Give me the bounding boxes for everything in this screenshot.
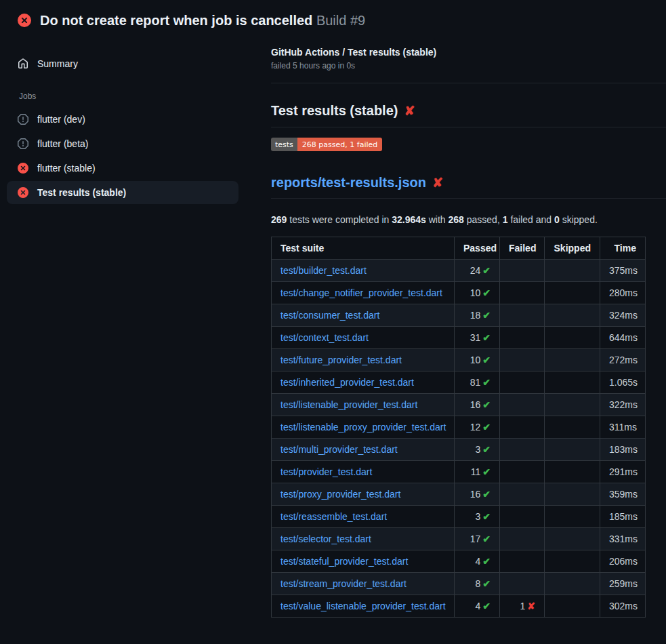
cell-skipped [545, 394, 600, 416]
cell-failed [500, 483, 545, 506]
cell-passed: 10✔ [455, 282, 500, 304]
count-value: 10 [470, 355, 481, 365]
sidebar-item-summary[interactable]: Summary [7, 52, 238, 75]
test-suite-link[interactable]: test/stateful_provider_test.dart [280, 556, 408, 567]
cell-skipped [545, 528, 600, 550]
column-header-failed: Failed [500, 237, 545, 260]
cell-passed: 18✔ [455, 304, 500, 327]
cell-passed: 16✔ [455, 483, 500, 506]
test-suite-link[interactable]: test/proxy_provider_test.dart [280, 489, 400, 500]
test-suite-link[interactable]: test/value_listenable_provider_test.dart [280, 601, 446, 611]
cell-skipped [545, 304, 600, 327]
cell-skipped [545, 550, 600, 573]
test-suite-link[interactable]: test/change_notifier_provider_test.dart [280, 287, 442, 298]
cell-skipped [545, 260, 600, 282]
cell-test-suite: test/provider_test.dart [272, 461, 455, 483]
sidebar-item-job-3[interactable]: Test results (stable) [7, 181, 238, 204]
job-label: Test results (stable) [37, 187, 126, 198]
passed-check-icon: ✔ [482, 556, 491, 567]
count-value: 18 [470, 310, 481, 321]
cell-passed: 16✔ [455, 394, 500, 416]
check-run-header: Do not create report when job is cancell… [0, 0, 666, 37]
test-suite-link[interactable]: test/stream_provider_test.dart [280, 578, 407, 589]
job-label: flutter (stable) [37, 163, 96, 174]
cell-passed: 10✔ [455, 349, 500, 371]
test-suite-link[interactable]: test/context_test.dart [280, 332, 369, 343]
count-value: 4 [475, 601, 480, 611]
cell-failed [500, 439, 545, 461]
test-suite-link[interactable]: test/builder_test.dart [280, 265, 367, 276]
main-content: GitHub Actions / Test results (stable) f… [255, 37, 666, 618]
failed-x-icon: ✘ [527, 601, 535, 611]
count-value: 17 [470, 534, 481, 544]
cell-failed [500, 461, 545, 483]
summary-segment: skipped. [560, 214, 598, 225]
cell-failed [500, 260, 545, 282]
summary-segment: 0 [554, 214, 560, 225]
sidebar-item-job-2[interactable]: flutter (stable) [7, 157, 238, 180]
cell-test-suite: test/consumer_test.dart [272, 304, 455, 327]
test-suite-link[interactable]: test/reassemble_test.dart [280, 511, 387, 522]
cell-time: 291ms [600, 461, 646, 483]
cell-skipped [545, 349, 600, 371]
count-value: 81 [470, 377, 481, 388]
test-suite-link[interactable]: test/listenable_proxy_provider_test.dart [280, 422, 446, 432]
test-suite-link[interactable]: test/inherited_provider_test.dart [280, 377, 414, 388]
failed-x-icon: ✘ [404, 104, 415, 118]
cell-time: 331ms [600, 528, 646, 550]
test-suite-link[interactable]: test/provider_test.dart [280, 466, 372, 477]
cell-time: 183ms [600, 439, 646, 461]
cell-failed [500, 304, 545, 327]
cell-passed: 3✔ [455, 439, 500, 461]
table-row: test/provider_test.dart11✔291ms [272, 461, 646, 483]
column-header-test-suite: Test suite [272, 237, 455, 260]
cell-passed: 3✔ [455, 506, 500, 528]
passed-check-icon: ✔ [482, 444, 491, 455]
table-row: test/proxy_provider_test.dart16✔359ms [272, 483, 646, 506]
sidebar: Summary Jobs flutter (dev)flutter (beta)… [0, 37, 255, 205]
test-suite-link[interactable]: test/multi_provider_test.dart [280, 444, 398, 455]
cell-time: 359ms [600, 483, 646, 506]
summary-segment: 32.964s [392, 214, 426, 225]
passed-check-icon: ✔ [482, 310, 491, 321]
passed-check-icon: ✔ [482, 422, 491, 432]
passed-check-icon: ✔ [482, 332, 491, 343]
cell-test-suite: test/context_test.dart [272, 327, 455, 349]
test-suite-link[interactable]: test/listenable_provider_test.dart [280, 399, 417, 410]
test-suite-link[interactable]: test/selector_test.dart [280, 534, 371, 544]
cell-time: 311ms [600, 416, 646, 439]
cell-test-suite: test/selector_test.dart [272, 528, 455, 550]
table-row: test/consumer_test.dart18✔324ms [272, 304, 646, 327]
sidebar-item-job-1[interactable]: flutter (beta) [7, 132, 238, 155]
sidebar-item-job-0[interactable]: flutter (dev) [7, 108, 238, 131]
cell-failed [500, 327, 545, 349]
test-suite-link[interactable]: test/future_provider_test.dart [280, 355, 402, 365]
table-header-row: Test suite Passed Failed Skipped Time [272, 237, 646, 260]
cell-time: 259ms [600, 573, 646, 595]
cell-test-suite: test/listenable_provider_test.dart [272, 394, 455, 416]
report-file-link[interactable]: reports/test-results.json [271, 175, 426, 190]
section-divider [271, 83, 666, 83]
test-suite-link[interactable]: test/consumer_test.dart [280, 310, 379, 321]
table-row: test/context_test.dart31✔644ms [272, 327, 646, 349]
cell-time: 302ms [600, 595, 646, 618]
count-value: 1 [520, 601, 525, 611]
cell-test-suite: test/stream_provider_test.dart [272, 573, 455, 595]
report-file-heading: reports/test-results.json✘ [271, 174, 666, 199]
count-value: 11 [471, 466, 481, 477]
cell-skipped [545, 506, 600, 528]
cell-test-suite: test/change_notifier_provider_test.dart [272, 282, 455, 304]
cell-time: 375ms [600, 260, 646, 282]
count-value: 8 [475, 578, 480, 589]
cell-skipped [545, 439, 600, 461]
x-circle-icon [18, 14, 31, 27]
cell-passed: 12✔ [455, 416, 500, 439]
passed-check-icon: ✔ [482, 534, 491, 544]
cell-test-suite: test/value_listenable_provider_test.dart [272, 595, 455, 618]
cell-failed [500, 371, 545, 394]
table-row: test/reassemble_test.dart3✔185ms [272, 506, 646, 528]
cell-passed: 31✔ [455, 327, 500, 349]
cell-test-suite: test/listenable_proxy_provider_test.dart [272, 416, 455, 439]
cell-passed: 11✔ [455, 461, 500, 483]
count-value: 24 [470, 265, 481, 276]
